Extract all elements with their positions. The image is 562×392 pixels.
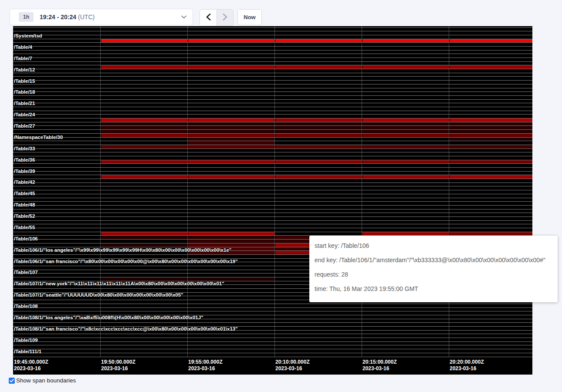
row-label: /System/tsd <box>14 33 42 38</box>
row-label: /Table/106 <box>14 236 38 241</box>
tooltip-end-key: end key: /Table/106/1/"amsterdam"/"\xb33… <box>315 256 552 265</box>
x-axis-tick-time: 19:50:00.000Z <box>101 359 135 365</box>
span-boundary-line <box>13 220 532 221</box>
span-boundary-line <box>13 160 532 160</box>
heat-band-segment[interactable] <box>101 118 187 122</box>
heat-band-segment[interactable] <box>450 160 532 164</box>
heat-band-segment[interactable] <box>101 122 187 126</box>
row-label: /Table/111/1 <box>14 349 41 354</box>
span-boundary-line <box>13 322 532 323</box>
next-time-button[interactable] <box>217 10 233 26</box>
tooltip-time: time: Thu, 16 Mar 2023 19:55:00 GMT <box>315 284 552 294</box>
heat-band-segment[interactable] <box>101 39 187 43</box>
heat-band-segment[interactable] <box>362 145 449 149</box>
heat-band-segment[interactable] <box>362 232 449 236</box>
show-span-boundaries-label: Show span boundaries <box>16 377 76 384</box>
heat-band-segment[interactable] <box>275 175 362 179</box>
heat-band-segment[interactable] <box>188 65 274 69</box>
heat-band-segment[interactable] <box>275 65 362 69</box>
heat-band-segment[interactable] <box>188 277 274 281</box>
heat-band-segment[interactable] <box>362 134 449 137</box>
heat-band-segment[interactable] <box>362 122 449 126</box>
heat-band-segment[interactable] <box>362 118 449 122</box>
heat-band-segment[interactable] <box>101 232 187 236</box>
heat-band-segment[interactable] <box>101 175 187 179</box>
heat-band-segment[interactable] <box>101 65 187 69</box>
heat-band-segment[interactable] <box>188 39 274 43</box>
key-visualizer-canvas[interactable]: /System/tsd/Table/4/Table/7/Table/12/Tab… <box>13 26 532 375</box>
now-button[interactable]: Now <box>237 9 262 25</box>
heat-band-segment[interactable] <box>275 122 362 126</box>
heat-band-segment[interactable] <box>101 145 187 149</box>
heat-band-segment[interactable] <box>188 232 274 236</box>
span-boundary-line <box>13 88 532 88</box>
heat-band-segment[interactable] <box>450 138 532 141</box>
footer: Show span boundaries <box>9 377 76 384</box>
span-boundary-line <box>13 122 532 122</box>
span-boundary-line <box>13 114 532 115</box>
row-label: /Table/12 <box>14 67 35 72</box>
heat-band-segment[interactable] <box>362 160 449 164</box>
heat-band-segment[interactable] <box>450 65 532 69</box>
heat-band-segment[interactable] <box>188 134 274 137</box>
x-axis-tick-time: 19:45:00.000Z <box>14 359 48 365</box>
heat-band-segment[interactable] <box>275 118 362 122</box>
heat-band-segment[interactable] <box>188 160 274 164</box>
heat-band-segment[interactable] <box>188 141 274 145</box>
heat-band-segment[interactable] <box>101 243 187 247</box>
heat-band-segment[interactable] <box>450 39 532 43</box>
span-boundary-line <box>13 194 532 194</box>
heat-band-segment[interactable] <box>362 39 449 43</box>
heat-band-segment[interactable] <box>101 277 187 281</box>
heat-band-segment[interactable] <box>362 175 449 179</box>
span-boundary-line <box>13 353 532 353</box>
heat-band-segment[interactable] <box>188 145 274 149</box>
heat-band-segment[interactable] <box>188 243 274 247</box>
span-boundary-line <box>13 42 532 43</box>
span-boundary-line <box>13 61 532 62</box>
span-boundary-line <box>13 80 532 81</box>
row-label: /Table/24 <box>14 112 35 117</box>
heat-band-segment[interactable] <box>188 138 274 141</box>
span-boundary-line <box>13 201 532 202</box>
heat-band-segment[interactable] <box>188 118 274 122</box>
heat-band-segment[interactable] <box>450 145 532 149</box>
span-boundary-line <box>13 69 532 69</box>
heat-band-segment[interactable] <box>362 65 449 69</box>
span-boundary-line <box>13 99 532 100</box>
heat-band-segment[interactable] <box>450 134 532 137</box>
heat-band-segment[interactable] <box>188 122 274 126</box>
span-boundary-line <box>13 73 532 73</box>
heat-band-segment[interactable] <box>275 160 362 164</box>
heat-band-segment[interactable] <box>188 236 274 239</box>
span-boundary-line <box>13 228 532 228</box>
span-boundary-line <box>13 141 532 141</box>
x-axis-tick-date: 2023-03-16 <box>101 365 128 372</box>
span-boundary-line <box>13 224 532 224</box>
show-span-boundaries-checkbox[interactable] <box>9 378 15 384</box>
heat-band-segment[interactable] <box>275 134 362 137</box>
row-label: /Table/36 <box>14 157 35 162</box>
heat-band-segment[interactable] <box>450 122 532 126</box>
heat-band-segment[interactable] <box>450 232 532 236</box>
time-range-selector[interactable]: 1h 19:24 - 20:24(UTC) <box>10 9 193 25</box>
span-boundary-line <box>13 149 532 149</box>
span-boundary-line <box>13 84 532 84</box>
heat-band-segment[interactable] <box>450 175 532 179</box>
heat-band-segment[interactable] <box>101 160 187 164</box>
span-boundary-line <box>13 334 532 334</box>
span-boundary-line <box>13 46 532 47</box>
row-label: /Table/7 <box>14 56 32 61</box>
heat-band-segment[interactable] <box>188 240 274 243</box>
span-boundary-line <box>13 125 532 126</box>
span-boundary-line <box>13 35 532 35</box>
row-label: /Table/107/1/"seattle"/"UUUUUUD\x00\x80\… <box>14 292 183 297</box>
heat-band-segment[interactable] <box>275 145 362 149</box>
heat-band-segment[interactable] <box>275 39 362 43</box>
heat-band-segment[interactable] <box>450 118 532 122</box>
prev-time-button[interactable] <box>200 10 217 26</box>
x-axis-tick-time: 20:10:00.000Z <box>275 359 310 365</box>
heat-band-segment[interactable] <box>101 134 187 137</box>
heat-band-segment[interactable] <box>101 236 187 239</box>
heat-band-segment[interactable] <box>188 175 274 179</box>
